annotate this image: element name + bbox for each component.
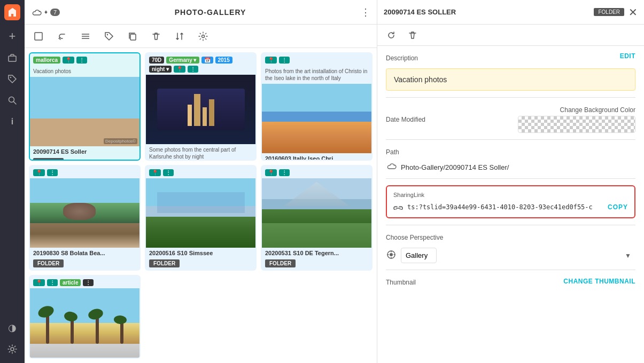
tag-location-soller: 📍 bbox=[63, 57, 74, 64]
folder-image-soller: Depositphotos© bbox=[30, 77, 139, 146]
description-row: Description EDIT bbox=[386, 52, 635, 62]
svg-rect-0 bbox=[9, 56, 16, 61]
folder-badge-tegern: FOLDER bbox=[265, 259, 296, 267]
folder-card-iseo[interactable]: 📍 ⋮ Photos from the art installation of … bbox=[261, 52, 373, 161]
tag-night: night ▾ bbox=[149, 66, 172, 73]
sharing-link-label: SharingLink bbox=[393, 192, 628, 198]
folder-card-palms[interactable]: 📍 ⋮ article ⋮ bbox=[29, 275, 141, 359]
close-panel-button[interactable]: ✕ bbox=[629, 6, 638, 19]
toolbar-delete-icon[interactable] bbox=[149, 29, 164, 44]
tag-more-palms2: ⋮ bbox=[83, 279, 94, 286]
toolbar bbox=[25, 25, 377, 48]
folder-card-bolata[interactable]: 📍 ⋮ 20190830 S8 Bolata Bea... FOLDER bbox=[29, 165, 141, 271]
folder-name-tegern: 20200531 S10 DE Tegern... bbox=[262, 248, 371, 257]
folder-name-bolata: 20190830 S8 Bolata Bea... bbox=[30, 248, 139, 257]
tag-location-tegern: 📍 bbox=[265, 169, 277, 176]
perspective-row: Gallery Timeline Map ▼ bbox=[386, 248, 635, 263]
topbar-badge: 7 bbox=[50, 9, 60, 16]
folder-card-simssee[interactable]: 📍 ⋮ 20200516 S10 Simssee FOLDER bbox=[145, 165, 257, 271]
change-bg-label: Change Background Color bbox=[560, 104, 635, 114]
choose-perspective-label: Choose Perspective bbox=[386, 232, 635, 241]
tag-mallorca: mallorca bbox=[33, 57, 60, 64]
tag-more-palms1: ⋮ bbox=[47, 279, 58, 286]
toolbar-copy-icon[interactable] bbox=[125, 29, 140, 44]
folder-card-soller[interactable]: mallorca 📍 ⋮ Vacation photos Depositphot… bbox=[29, 52, 141, 161]
folder-image-iseo bbox=[262, 84, 371, 153]
topbar-title: PHOTO-GALLERY bbox=[64, 8, 356, 17]
sidebar-item-add[interactable]: + bbox=[3, 27, 22, 46]
select-arrow-icon: ▼ bbox=[625, 252, 631, 259]
topbar-more-button[interactable]: ⋮ bbox=[361, 6, 370, 18]
svg-rect-10 bbox=[130, 34, 136, 40]
description-label: Description bbox=[386, 52, 418, 62]
perspective-select-wrapper: Gallery Timeline Map ▼ bbox=[401, 248, 635, 263]
tag-location-palms: 📍 bbox=[33, 279, 45, 286]
tag-location-bolata: 📍 bbox=[33, 169, 45, 176]
tag-calendar: 📅 bbox=[201, 57, 213, 64]
sidebar-item-tags[interactable] bbox=[3, 69, 22, 89]
toolbar-list-icon[interactable] bbox=[78, 29, 93, 44]
sharing-link-row: ts:?tslid=39a44e99-6431-4010-8203-93ec41… bbox=[393, 202, 628, 212]
change-thumbnail-button[interactable]: CHANGE THUMBNAIL bbox=[563, 278, 635, 285]
sidebar-item-settings[interactable] bbox=[3, 340, 22, 359]
right-panel: 20090714 ES SOLLER FOLDER ✕ Description … bbox=[377, 0, 644, 363]
tag-location-simssee: 📍 bbox=[149, 169, 161, 176]
folder-card-karlsruhe[interactable]: 70D Germany ▾ 📅 2015 night ▾ 📍 ⋮ bbox=[145, 52, 257, 161]
toolbar-sort-icon[interactable] bbox=[172, 29, 187, 44]
tag-germany: Germany ▾ bbox=[166, 57, 199, 64]
right-panel-title: 20090714 ES SOLLER bbox=[384, 8, 589, 16]
folder-badge-soller: FOLDER bbox=[33, 158, 64, 161]
tag-more-tegern: ⋮ bbox=[279, 169, 290, 176]
main-area: 7 PHOTO-GALLERY ⋮ bbox=[25, 0, 377, 363]
folder-card-tegern[interactable]: 📍 ⋮ 20200531 S10 DE Tegern... FOLDER bbox=[261, 165, 373, 271]
sharing-link-box: SharingLink ts:?tslid=39a44e99-6431-4010… bbox=[386, 185, 635, 218]
tag-more-soller: ⋮ bbox=[76, 57, 87, 64]
right-panel-content: Description EDIT Vacation photos Date Mo… bbox=[377, 46, 644, 293]
svg-line-3 bbox=[14, 102, 17, 105]
path-row: Photo-Gallery/20090714 ES Soller/ bbox=[386, 162, 635, 172]
sidebar-item-search[interactable] bbox=[3, 91, 22, 110]
svg-point-11 bbox=[202, 35, 205, 37]
sidebar-item-info[interactable]: i bbox=[3, 112, 22, 131]
toolbar-settings-icon[interactable] bbox=[196, 29, 211, 44]
description-box: Vacation photos bbox=[386, 68, 635, 91]
color-picker[interactable] bbox=[518, 116, 635, 133]
folder-name-soller: 20090714 ES Soller bbox=[30, 146, 139, 156]
folder-caption-iseo: Photos from the art installation of Chri… bbox=[262, 66, 371, 84]
date-color-row: Date Modified Change Background Color bbox=[386, 104, 635, 133]
date-modified-label: Date Modified bbox=[386, 114, 425, 123]
folder-caption-karlsruhe: Some photos from the central part of Kar… bbox=[146, 144, 255, 161]
right-panel-folder-badge: FOLDER bbox=[594, 8, 624, 16]
perspective-icon bbox=[386, 249, 397, 262]
toolbar-return-icon[interactable] bbox=[55, 29, 69, 44]
right-panel-refresh-button[interactable] bbox=[384, 28, 399, 43]
tag-location-iseo: 📍 bbox=[265, 57, 277, 64]
sidebar-item-briefcase[interactable] bbox=[3, 48, 22, 67]
right-panel-header: 20090714 ES SOLLER FOLDER ✕ bbox=[377, 0, 644, 25]
svg-point-13 bbox=[390, 253, 393, 256]
folder-image-palms bbox=[30, 288, 139, 358]
sidebar: + i ◑ bbox=[0, 0, 25, 363]
tag-location-karlsruhe: 📍 bbox=[174, 66, 185, 73]
tag-more-karlsruhe: ⋮ bbox=[188, 66, 198, 73]
folder-caption-soller: Vacation photos bbox=[30, 66, 139, 77]
thumbnail-row: Thumbnail CHANGE THUMBNAIL bbox=[386, 277, 635, 286]
tag-more-simssee: ⋮ bbox=[163, 169, 174, 176]
folder-image-bolata bbox=[30, 178, 139, 248]
right-panel-trash-button[interactable] bbox=[405, 28, 420, 43]
thumbnail-label: Thumbnail bbox=[386, 277, 416, 286]
cloud-sync[interactable]: 7 bbox=[31, 9, 60, 16]
app-logo[interactable] bbox=[4, 4, 20, 20]
toolbar-tag-icon[interactable] bbox=[102, 29, 117, 44]
toolbar-select-icon[interactable] bbox=[31, 29, 46, 44]
copy-link-button[interactable]: COPY bbox=[608, 203, 628, 211]
tag-more-iseo: ⋮ bbox=[279, 57, 290, 64]
path-value: Photo-Gallery/20090714 ES Soller/ bbox=[401, 163, 509, 171]
folder-name-simssee: 20200516 S10 Simssee bbox=[146, 248, 255, 257]
sidebar-item-contrast[interactable]: ◑ bbox=[3, 318, 22, 337]
perspective-select[interactable]: Gallery Timeline Map bbox=[401, 248, 437, 263]
folder-image-karlsruhe bbox=[146, 75, 255, 144]
svg-point-9 bbox=[107, 34, 108, 35]
edit-description-button[interactable]: EDIT bbox=[620, 52, 635, 60]
tag-more-bolata: ⋮ bbox=[47, 169, 58, 176]
